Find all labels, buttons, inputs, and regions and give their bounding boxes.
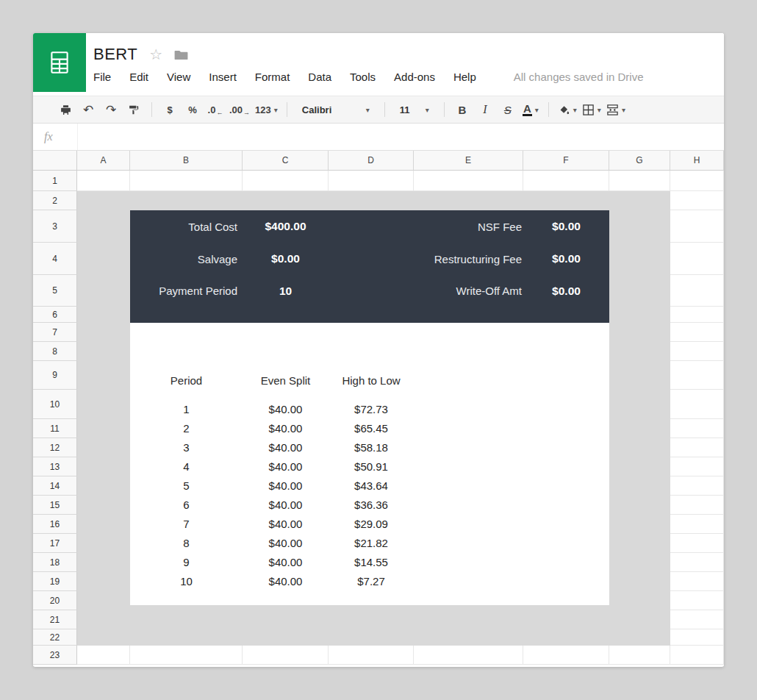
row-header[interactable]: 2 <box>33 191 77 210</box>
cell[interactable] <box>670 390 724 419</box>
schedule-period-cell[interactable]: 1 <box>130 403 243 415</box>
row-header[interactable]: 23 <box>33 646 77 665</box>
menu-item[interactable]: Help <box>453 71 476 83</box>
column-header[interactable]: C <box>243 151 329 171</box>
menu-item[interactable]: File <box>93 71 111 83</box>
row-header[interactable]: 3 <box>33 210 77 243</box>
menu-item[interactable]: Add-ons <box>394 71 435 83</box>
cell[interactable] <box>670 476 724 496</box>
schedule-even-split-cell[interactable]: $40.00 <box>243 556 329 568</box>
cell[interactable] <box>77 646 130 665</box>
schedule-even-split-cell[interactable]: $40.00 <box>243 575 329 588</box>
column-header[interactable]: E <box>414 151 523 171</box>
row-header[interactable]: 20 <box>33 591 77 610</box>
undo-button[interactable]: ↶ <box>79 100 97 119</box>
schedule-period-cell[interactable]: 2 <box>130 422 243 435</box>
font-family-select[interactable]: Calibri▾ <box>296 100 376 119</box>
cell[interactable] <box>670 342 724 361</box>
row-header[interactable]: 19 <box>33 572 77 591</box>
row-header[interactable]: 7 <box>33 323 77 342</box>
schedule-high-to-low-cell[interactable]: $14.55 <box>329 556 414 568</box>
column-header[interactable]: D <box>329 151 414 171</box>
bold-button[interactable]: B <box>453 100 471 119</box>
cell[interactable] <box>670 591 724 610</box>
cell[interactable] <box>670 553 724 572</box>
schedule-even-split-cell[interactable]: $40.00 <box>243 479 329 492</box>
cell[interactable] <box>130 171 243 191</box>
cell[interactable] <box>609 171 670 191</box>
row-header[interactable]: 9 <box>33 361 77 390</box>
select-all-corner[interactable] <box>33 151 77 171</box>
menu-item[interactable]: Data <box>308 71 331 83</box>
cell[interactable] <box>414 646 523 665</box>
menu-item[interactable]: Insert <box>209 71 237 83</box>
cell[interactable] <box>670 572 724 591</box>
cell[interactable] <box>130 646 243 665</box>
cell[interactable] <box>243 646 329 665</box>
cell[interactable] <box>523 646 609 665</box>
cell[interactable] <box>670 496 724 515</box>
summary-value[interactable]: $0.00 <box>523 285 609 298</box>
strikethrough-button[interactable]: S <box>499 100 517 119</box>
summary-value[interactable]: 10 <box>243 285 329 298</box>
text-color-button[interactable]: A▾ <box>522 100 539 119</box>
row-header[interactable]: 16 <box>33 515 77 534</box>
cell[interactable] <box>523 171 609 191</box>
menu-item[interactable]: Tools <box>350 71 376 83</box>
schedule-high-to-low-cell[interactable]: $50.91 <box>329 460 414 473</box>
schedule-high-to-low-cell[interactable]: $21.82 <box>329 537 414 549</box>
percent-format-button[interactable]: % <box>184 100 201 119</box>
menu-item[interactable]: View <box>167 71 190 83</box>
cell[interactable] <box>670 307 724 323</box>
schedule-period-cell[interactable]: 3 <box>130 441 243 454</box>
schedule-period-cell[interactable]: 5 <box>130 479 243 492</box>
schedule-even-split-cell[interactable]: $40.00 <box>243 441 329 454</box>
saved-status[interactable]: All changes saved in Drive <box>514 71 644 83</box>
cell[interactable] <box>670 210 724 243</box>
menu-item[interactable]: Format <box>255 71 290 83</box>
row-header[interactable]: 15 <box>33 496 77 515</box>
cell[interactable] <box>670 275 724 307</box>
decrease-decimal-button[interactable]: .0← <box>207 100 224 119</box>
cell[interactable] <box>77 171 130 191</box>
cell[interactable] <box>243 171 329 191</box>
row-header[interactable]: 4 <box>33 243 77 275</box>
document-title[interactable]: BERT <box>93 45 137 64</box>
schedule-high-to-low-cell[interactable]: $36.36 <box>329 499 414 511</box>
formula-input[interactable] <box>77 124 724 150</box>
cell[interactable] <box>670 243 724 275</box>
folder-icon[interactable] <box>174 49 188 60</box>
cell[interactable] <box>670 610 724 629</box>
increase-decimal-button[interactable]: .00→ <box>229 100 250 119</box>
row-header[interactable]: 14 <box>33 476 77 496</box>
schedule-even-split-cell[interactable]: $40.00 <box>243 460 329 473</box>
merge-cells-button[interactable]: ▾ <box>606 100 625 119</box>
row-header[interactable]: 10 <box>33 390 77 419</box>
schedule-high-to-low-cell[interactable]: $7.27 <box>329 575 414 588</box>
column-header[interactable]: F <box>523 151 609 171</box>
summary-value[interactable]: $0.00 <box>243 252 329 265</box>
redo-button[interactable]: ↷ <box>102 100 120 119</box>
row-header[interactable]: 6 <box>33 307 77 323</box>
schedule-even-split-cell[interactable]: $40.00 <box>243 518 329 530</box>
schedule-period-cell[interactable]: 7 <box>130 518 243 530</box>
cell[interactable] <box>670 361 724 390</box>
summary-value[interactable]: $400.00 <box>243 220 329 233</box>
schedule-high-to-low-cell[interactable]: $29.09 <box>329 518 414 530</box>
row-header[interactable]: 11 <box>33 419 77 438</box>
row-header[interactable]: 18 <box>33 553 77 572</box>
row-header[interactable]: 13 <box>33 457 77 476</box>
cell[interactable] <box>670 629 724 646</box>
schedule-period-cell[interactable]: 8 <box>130 537 243 549</box>
cell[interactable] <box>670 457 724 476</box>
column-header[interactable]: G <box>609 151 670 171</box>
cell[interactable] <box>670 323 724 342</box>
row-header[interactable]: 12 <box>33 438 77 457</box>
cell[interactable] <box>670 534 724 553</box>
cell[interactable] <box>609 646 670 665</box>
row-header[interactable]: 21 <box>33 610 77 629</box>
font-size-select[interactable]: 11▾ <box>394 100 435 119</box>
schedule-high-to-low-cell[interactable]: $72.73 <box>329 403 414 415</box>
cell[interactable] <box>670 419 724 438</box>
schedule-period-cell[interactable]: 4 <box>130 460 243 473</box>
